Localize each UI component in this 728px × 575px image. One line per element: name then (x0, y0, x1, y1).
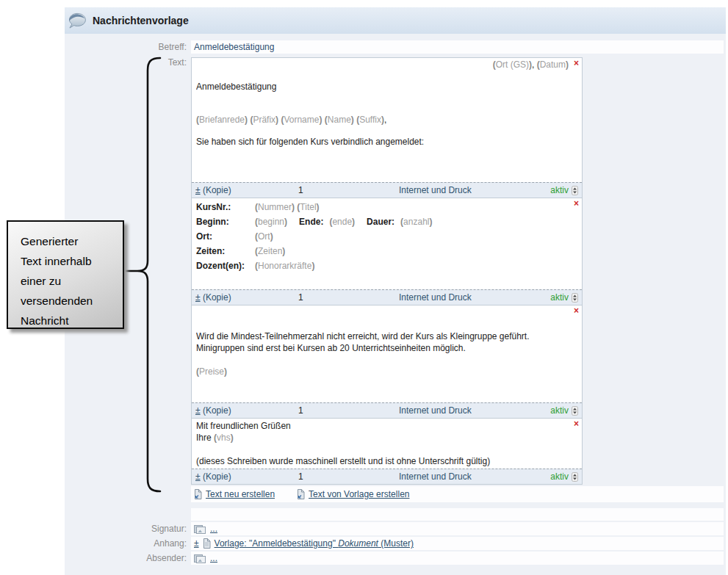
expand-toggle[interactable]: ± (195, 471, 201, 482)
signatur-field: ... (191, 522, 724, 535)
empty-row (65, 508, 726, 521)
copy-count: 1 (298, 405, 399, 416)
anhang-link-doctype: Dokument (338, 538, 378, 549)
medium-link[interactable]: Internet und Druck (399, 185, 550, 195)
create-from-template-link[interactable]: Text von Vorlage erstellen (309, 486, 409, 502)
reorder-icon[interactable] (572, 186, 578, 195)
anhang-row: Anhang: ± Vorlage: "Anmeldebestätigung" … (65, 537, 726, 550)
text-actions-row: Text neu erstellen Text von Vorlage erst… (65, 486, 726, 502)
betreff-input[interactable]: Anmeldebestätigung (191, 40, 724, 54)
text-actions: Text neu erstellen Text von Vorlage erst… (191, 486, 724, 502)
copy-count: 1 (298, 292, 399, 303)
empty-field (191, 508, 724, 521)
kopie-link[interactable]: (Kopie) (203, 185, 231, 195)
create-text-link[interactable]: Text neu erstellen (206, 486, 275, 502)
text-block-footer: ± (Kopie) 1 Internet und Druck aktiv (192, 469, 582, 484)
copy-count: 1 (298, 185, 399, 195)
create-from-template-icon[interactable] (297, 489, 305, 499)
anhang-expand-toggle[interactable]: ± (194, 537, 199, 550)
medium-link[interactable]: Internet und Druck (399, 292, 550, 303)
attachment-doc-icon (203, 538, 211, 549)
close-icon[interactable]: × (574, 59, 579, 68)
text-block: × KursNr.:(Nummer) (Titel)Beginn:(beginn… (191, 198, 583, 305)
annotation-brace (125, 56, 163, 493)
close-icon[interactable]: × (574, 199, 579, 209)
signatur-select-link[interactable]: ... (210, 522, 217, 535)
status-active-link[interactable]: aktiv (550, 292, 569, 303)
annotation-text-line: Text innerhalb (21, 251, 123, 271)
kopie-link[interactable]: (Kopie) (203, 405, 231, 416)
close-icon[interactable]: × (574, 419, 579, 429)
text-block-footer: ± (Kopie) 1 Internet und Druck aktiv (192, 289, 582, 305)
absender-select-link[interactable]: ... (210, 552, 217, 565)
text-block-content[interactable]: (Ort (GS)), (Datum) Anmeldebestätigung (… (192, 58, 582, 182)
reorder-icon[interactable] (572, 472, 578, 482)
create-text-icon[interactable] (194, 489, 202, 499)
status-active-link[interactable]: aktiv (550, 185, 569, 195)
kopie-link[interactable]: (Kopie) (203, 471, 231, 482)
medium-link[interactable]: Internet und Druck (399, 471, 550, 482)
medium-link[interactable]: Internet und Druck (399, 405, 550, 416)
annotation-text-line: Generierter (21, 231, 123, 251)
signatur-label: Signatur: (65, 522, 191, 535)
reorder-icon[interactable] (572, 293, 578, 303)
anhang-label: Anhang: (65, 537, 191, 550)
text-block-footer: ± (Kopie) 1 Internet und Druck aktiv (192, 182, 582, 198)
status-active-link[interactable]: aktiv (550, 471, 569, 482)
anhang-link-prefix: Vorlage: "Anmeldebestätigung" (215, 538, 339, 549)
absender-row: Absender: ... (65, 552, 726, 565)
copy-count: 1 (298, 471, 399, 482)
sender-browse-icon[interactable] (194, 554, 206, 563)
anhang-field: ± Vorlage: "Anmeldebestätigung" Dokument… (191, 537, 724, 550)
anhang-template-link[interactable]: Vorlage: "Anmeldebestätigung" Dokument (… (215, 537, 414, 550)
text-block-footer: ± (Kopie) 1 Internet und Druck aktiv (192, 402, 582, 418)
close-icon[interactable]: × (574, 306, 579, 316)
expand-toggle[interactable]: ± (195, 292, 201, 303)
annotation-text-line: Nachricht (21, 311, 123, 330)
text-blocks-column: × (Ort (GS)), (Datum) Anmeldebestätigung… (191, 57, 583, 485)
text-row: Text: × (Ort (GS)), (Datum) Anmeldebestä… (65, 57, 726, 485)
status-active-link[interactable]: aktiv (550, 405, 569, 416)
text-block-content[interactable]: KursNr.:(Nummer) (Titel)Beginn:(beginn)E… (192, 198, 582, 289)
betreff-label: Betreff: (65, 40, 191, 54)
spacer (65, 508, 191, 521)
text-block: × (Ort (GS)), (Datum) Anmeldebestätigung… (191, 57, 583, 198)
absender-field: ... (191, 552, 724, 565)
text-block: × Mit freundlichen GrüßenIhre (vhs) (die… (191, 418, 583, 485)
absender-label: Absender: (65, 552, 191, 565)
annotation-text-line: einer zu (21, 271, 123, 291)
betreff-row: Betreff: Anmeldebestätigung (65, 40, 726, 54)
message-bubble-logo-icon (67, 10, 87, 31)
signatur-row: Signatur: ... (65, 522, 726, 535)
expand-toggle[interactable]: ± (195, 185, 201, 195)
page-title: Nachrichtenvorlage (93, 15, 189, 26)
kopie-link[interactable]: (Kopie) (203, 292, 231, 303)
anhang-link-suffix: (Muster) (378, 538, 414, 549)
text-block-content[interactable]: Mit freundlichen GrüßenIhre (vhs) (diese… (192, 419, 582, 469)
annotation-text-line: versendenden (21, 291, 123, 311)
expand-toggle[interactable]: ± (195, 405, 201, 416)
reorder-icon[interactable] (572, 406, 578, 416)
signature-browse-icon[interactable] (194, 524, 206, 534)
panel-header: Nachrichtenvorlage (65, 7, 726, 34)
annotation-callout: Generierter Text innerhalb einer zu vers… (7, 220, 124, 329)
text-block: × Wird die Mindest-Teilnehmerzahl nicht … (191, 305, 583, 419)
nachrichtenvorlage-panel: Nachrichtenvorlage Betreff: Anmeldebestä… (65, 7, 726, 575)
text-block-content[interactable]: Wird die Mindest-Teilnehmerzahl nicht er… (192, 305, 582, 402)
